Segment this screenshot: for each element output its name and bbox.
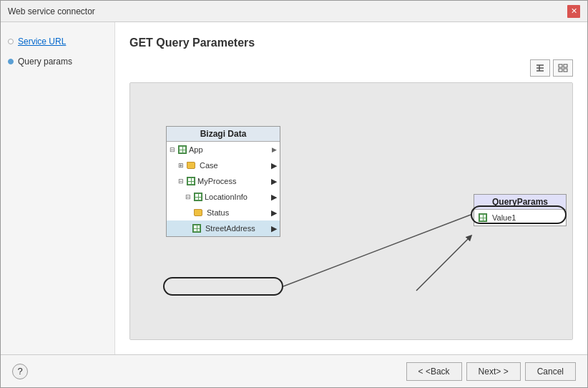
svg-rect-4: [559, 64, 562, 67]
bizagi-row-locationinfo[interactable]: ⊟ LocationInfo ▶: [167, 189, 280, 205]
main-window: Web service connector ✕ Service URL Quer…: [0, 0, 588, 388]
queryparams-box: QueryParams Value1: [474, 194, 567, 226]
sidebar-dot-service-url: [8, 39, 14, 44]
sidebar-label-query-params: Query params: [18, 57, 72, 67]
svg-line-9: [283, 215, 471, 286]
svg-rect-6: [559, 69, 562, 72]
canvas-background: Bizagi Data ⊟ App ▶ ⊞: [130, 83, 572, 339]
expand-icon-locationinfo: ⊟: [185, 193, 191, 200]
bizagi-row-app[interactable]: ⊟ App ▶: [167, 142, 280, 157]
expand-icon-myprocess: ⊟: [178, 178, 184, 185]
value1-label: Value1: [492, 213, 516, 222]
queryparams-header: QueryParams: [474, 195, 566, 210]
bottom-bar: ? < <Back Next> > Cancel: [1, 354, 587, 387]
locationinfo-grid-icon: [194, 193, 202, 201]
case-arrow: ▶: [271, 161, 277, 170]
myprocess-label: MyProcess: [197, 177, 236, 185]
mapping-canvas: Bizagi Data ⊟ App ▶ ⊞: [129, 82, 573, 340]
locationinfo-arrow: ▶: [271, 193, 277, 202]
streetaddress-grid-icon: [192, 224, 201, 233]
expand-icon-case: ⊞: [178, 162, 184, 169]
svg-rect-7: [564, 69, 567, 72]
bizagi-data-box: Bizagi Data ⊟ App ▶ ⊞: [166, 126, 280, 237]
status-arrow: ▶: [271, 208, 277, 218]
status-folder-icon: [194, 209, 202, 216]
help-button[interactable]: ?: [12, 364, 28, 379]
app-label: App: [189, 145, 203, 154]
expand-icon-app: ⊟: [170, 146, 175, 153]
app-arrow: ▶: [272, 146, 277, 153]
window-title: Web service connector: [8, 6, 95, 16]
myprocess-arrow: ▶: [271, 177, 277, 186]
case-label: Case: [200, 161, 218, 170]
sidebar-link-service-url[interactable]: Service URL: [18, 37, 66, 47]
toolbar-row: [129, 59, 573, 77]
page-title: GET Query Parameters: [129, 37, 573, 49]
next-button[interactable]: Next> >: [466, 362, 521, 381]
cancel-button[interactable]: Cancel: [525, 362, 576, 381]
value1-grid-icon: [479, 213, 487, 222]
toolbar-btn-grid[interactable]: [553, 59, 573, 77]
main-panel: GET Query Parameters: [115, 22, 587, 354]
toolbar-btn-list[interactable]: [530, 59, 550, 77]
streetaddress-arrow: ▶: [271, 224, 277, 233]
back-button[interactable]: < <Back: [406, 362, 462, 381]
streetaddress-label: StreetAddress: [205, 224, 255, 233]
bizagi-row-myprocess[interactable]: ⊟ MyProcess ▶: [167, 173, 280, 189]
title-bar: Web service connector ✕: [1, 1, 587, 22]
queryparams-row-value1[interactable]: Value1: [474, 210, 566, 225]
myprocess-grid-icon: [187, 177, 195, 185]
nav-buttons: < <Back Next> > Cancel: [406, 362, 576, 381]
status-label: Status: [207, 208, 229, 217]
sidebar-dot-query-params: [8, 59, 14, 64]
bizagi-data-header: Bizagi Data: [167, 127, 280, 142]
bizagi-row-case[interactable]: ⊞ Case ▶: [167, 157, 280, 173]
close-button[interactable]: ✕: [567, 5, 580, 18]
locationinfo-label: LocationInfo: [205, 193, 248, 201]
case-folder-icon: [187, 162, 195, 169]
svg-line-8: [416, 237, 470, 291]
bizagi-row-status[interactable]: ⊟ Status ▶: [167, 205, 280, 220]
svg-rect-5: [564, 64, 567, 67]
sidebar: Service URL Query params: [1, 22, 115, 354]
bizagi-row-streetaddress[interactable]: StreetAddress ▶: [167, 220, 280, 236]
streetaddress-oval-highlight: [163, 277, 283, 296]
content-area: Service URL Query params GET Query Param…: [1, 22, 587, 354]
app-grid-icon: [178, 145, 187, 154]
sidebar-item-service-url[interactable]: Service URL: [8, 37, 107, 47]
sidebar-item-query-params[interactable]: Query params: [8, 57, 107, 67]
